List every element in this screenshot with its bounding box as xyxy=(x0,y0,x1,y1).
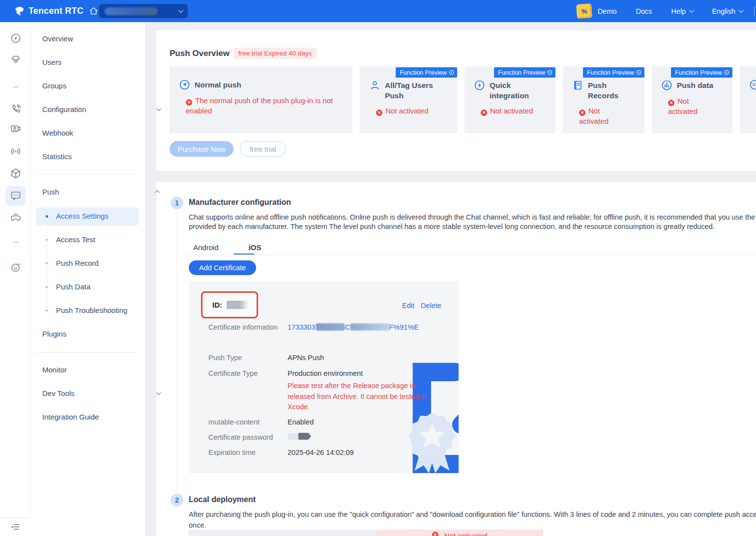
nav-language[interactable]: English xyxy=(712,7,742,15)
cube-icon[interactable] xyxy=(10,168,22,179)
rail-divider xyxy=(13,86,19,87)
live-broadcast-icon[interactable] xyxy=(10,145,22,157)
certificate-medal-watermark xyxy=(401,410,459,473)
cursor-circle-icon xyxy=(179,79,190,90)
edit-link[interactable]: Edit xyxy=(402,302,414,310)
sidebar-item-monitor[interactable]: Monitor xyxy=(42,365,67,375)
tab-ios[interactable]: iOS xyxy=(249,243,262,252)
error-icon: ✕ xyxy=(481,110,487,116)
card-status: ✕Not activated xyxy=(579,106,616,126)
partial-status-tab[interactable]: ✕Not activated xyxy=(376,530,543,536)
id-label: ID: xyxy=(212,301,222,309)
document-icon xyxy=(572,80,583,91)
redacted-blur xyxy=(350,323,390,331)
sidebar-item-push-record[interactable]: Push Record xyxy=(56,258,99,268)
function-preview-badge[interactable]: Function Preview xyxy=(671,67,732,78)
video-call-icon[interactable] xyxy=(10,123,22,135)
sidebar-item-plugins[interactable]: Plugins xyxy=(42,329,66,339)
sidebar-item-configuration[interactable]: Configuration xyxy=(42,105,86,114)
info-circle-icon xyxy=(724,70,729,75)
card-status: ✕Not activated xyxy=(668,96,705,116)
step-1-number: 1 xyxy=(171,197,183,209)
manufacturer-description: Chat supports online and offline push no… xyxy=(189,213,756,231)
delete-link[interactable]: Delete xyxy=(421,302,441,310)
brand[interactable]: Tencent RTC xyxy=(13,0,99,22)
error-icon: ✕ xyxy=(668,100,674,106)
info-circle-icon xyxy=(449,70,454,75)
mutable-content-value: Enabled xyxy=(288,417,314,427)
page-title: Push Overview xyxy=(170,49,230,58)
phone-icon[interactable] xyxy=(10,103,22,115)
nav-demo[interactable]: Demo xyxy=(598,7,617,15)
card-quick-integration: Function Preview Quick integration ✕Not … xyxy=(465,66,555,133)
id-value-redacted xyxy=(227,301,248,309)
certificate-card: ID: Edit Delete Certificate information … xyxy=(189,281,459,473)
sidebar-divider xyxy=(36,174,137,174)
home-icon[interactable] xyxy=(88,6,99,16)
active-bullet xyxy=(46,215,48,218)
feature-cards: Normal push ✕The normal push of the push… xyxy=(170,66,756,133)
function-preview-badge[interactable]: Function Preview xyxy=(494,67,555,78)
chat-icon[interactable] xyxy=(10,190,22,201)
bullet xyxy=(46,310,48,311)
certificate-type-warning: Please test after the Release package is… xyxy=(288,381,435,413)
tencent-rtc-logo-icon xyxy=(13,5,25,17)
emoji-icon[interactable] xyxy=(10,261,22,273)
error-icon: ✕ xyxy=(186,99,192,106)
sidebar-item-overview[interactable]: Overview xyxy=(42,34,73,44)
account-selector[interactable] xyxy=(98,3,188,19)
certificate-actions: Edit Delete xyxy=(402,302,441,310)
certificate-file-link[interactable]: 1733303T%55%BC%80%55%8F%91%E xyxy=(288,322,459,333)
function-preview-badge[interactable]: Function Preview xyxy=(583,67,644,78)
coupon-icon[interactable]: % xyxy=(576,3,592,19)
sidebar-item-integration-guide[interactable]: Integration Guide xyxy=(42,412,99,422)
chevron-down-icon xyxy=(689,8,694,13)
chart-circle-icon xyxy=(661,80,672,91)
certificate-type-value: Production environment xyxy=(288,368,363,379)
sidebar-item-push-troubleshooting[interactable]: Push Troubleshooting xyxy=(56,306,127,315)
local-deployment-title: Local deployment xyxy=(189,495,256,504)
expiration-time-value: 2025-04-26 14:02:09 xyxy=(288,448,354,458)
sidebar-item-groups[interactable]: Groups xyxy=(42,81,66,91)
lightning-circle-icon xyxy=(474,80,485,91)
card-normal-push: Normal push ✕The normal push of the push… xyxy=(170,66,352,133)
compass-icon[interactable] xyxy=(10,32,22,44)
tab-bottom-border xyxy=(187,254,756,255)
tab-android[interactable]: Android xyxy=(193,243,219,252)
sidebar-item-access-test[interactable]: Access Test xyxy=(56,235,95,245)
chevron-down-icon xyxy=(178,8,183,13)
game-controller-icon[interactable] xyxy=(10,211,22,223)
card-status: ✕Not activated xyxy=(376,106,448,116)
circle-icon-partial xyxy=(749,79,756,90)
sidebar: Overview Users Groups Configuration Webh… xyxy=(31,22,145,536)
nav-help[interactable]: Help xyxy=(671,7,693,15)
sidebar-item-dev-tools[interactable]: Dev Tools xyxy=(42,389,75,398)
brand-name: Tencent RTC xyxy=(29,6,84,16)
nav-docs[interactable]: Docs xyxy=(636,7,652,15)
purchase-now-button[interactable]: Purchase Now xyxy=(170,141,233,157)
mutable-content-label: mutable-content xyxy=(208,417,282,427)
gem-icon[interactable] xyxy=(10,54,22,65)
sidebar-item-push-data[interactable]: Push Data xyxy=(56,282,90,292)
info-circle-icon xyxy=(636,70,641,75)
push-overview-panel: Push Overview free trial Expired 40 days… xyxy=(156,30,756,171)
push-type-value: APNs Push xyxy=(288,353,324,363)
partial-tab[interactable] xyxy=(189,530,376,536)
sidebar-item-statistics[interactable]: Statistics xyxy=(42,152,72,162)
sidebar-item-push[interactable]: Push xyxy=(42,187,59,197)
local-deployment-description-line2: once. xyxy=(189,521,206,530)
sidebar-item-users[interactable]: Users xyxy=(42,57,61,67)
chevron-down-icon xyxy=(739,8,744,13)
sidebar-item-access-settings-label[interactable]: Access Settings xyxy=(56,211,109,221)
info-circle-icon xyxy=(547,70,552,75)
icon-rail xyxy=(0,22,31,517)
error-icon: ✕ xyxy=(432,532,438,536)
free-trial-button[interactable]: free trial xyxy=(240,141,286,157)
function-preview-badge[interactable]: Function Preview xyxy=(396,67,457,78)
add-certificate-button[interactable]: Add Certificate xyxy=(189,260,256,275)
certificate-password-redacted xyxy=(288,433,311,440)
card-push-records: Function Preview Push Records ✕Not activ… xyxy=(563,66,644,133)
rail-divider xyxy=(13,242,19,243)
collapse-sidebar-icon[interactable] xyxy=(10,522,21,532)
sidebar-item-webhook[interactable]: Webhook xyxy=(42,128,73,138)
